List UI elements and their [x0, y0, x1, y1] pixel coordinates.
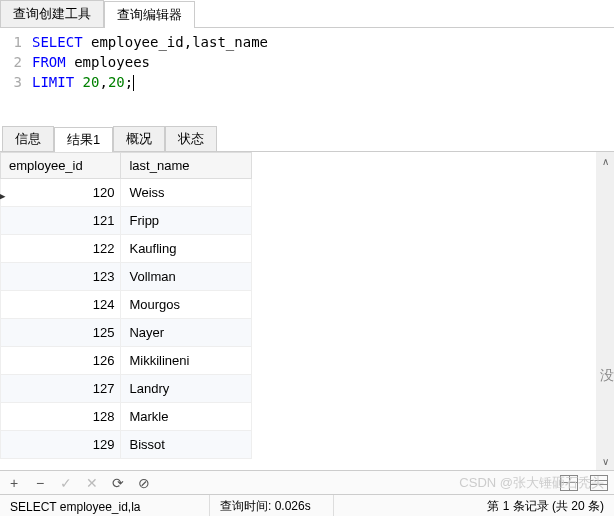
result-grid-wrap: ▸ employee_id last_name 120Weiss121Fripp… — [0, 152, 614, 470]
status-bar: SELECT employee_id,la 查询时间: 0.026s 第 1 条… — [0, 494, 614, 516]
cell-last-name[interactable]: Mourgos — [121, 291, 252, 319]
cell-employee-id[interactable]: 122 — [1, 235, 121, 263]
cell-last-name[interactable]: Landry — [121, 375, 252, 403]
cell-last-name[interactable]: Kaufling — [121, 235, 252, 263]
cell-last-name[interactable]: Markle — [121, 403, 252, 431]
code-line[interactable]: LIMIT 20,20; — [32, 72, 134, 92]
tab-query-editor[interactable]: 查询编辑器 — [104, 1, 195, 28]
cell-last-name[interactable]: Weiss — [121, 179, 252, 207]
stop-button[interactable]: ⊘ — [136, 475, 152, 491]
table-row[interactable]: 125Nayer — [1, 319, 252, 347]
cell-employee-id[interactable]: 124 — [1, 291, 121, 319]
result-toolbar: + − ✓ ✕ ⟳ ⊘ — [0, 470, 614, 494]
cell-employee-id[interactable]: 126 — [1, 347, 121, 375]
table-row[interactable]: 127Landry — [1, 375, 252, 403]
tab-info[interactable]: 信息 — [2, 126, 54, 151]
result-tabs: 信息 结果1 概况 状态 — [0, 126, 614, 152]
table-row[interactable]: 128Markle — [1, 403, 252, 431]
delete-row-button[interactable]: − — [32, 475, 48, 491]
splitter[interactable] — [0, 96, 614, 126]
status-position: 第 1 条记录 (共 20 条) — [334, 495, 614, 516]
tab-status[interactable]: 状态 — [165, 126, 217, 151]
cell-employee-id[interactable]: 123 — [1, 263, 121, 291]
cell-employee-id[interactable]: 129 — [1, 431, 121, 459]
cell-employee-id[interactable]: 120 — [1, 179, 121, 207]
status-time: 查询时间: 0.026s — [210, 495, 334, 516]
refresh-button[interactable]: ⟳ — [110, 475, 126, 491]
status-sql: SELECT employee_id,la — [0, 495, 210, 516]
table-row[interactable]: 126Mikkilineni — [1, 347, 252, 375]
top-tabs: 查询创建工具 查询编辑器 — [0, 0, 614, 28]
current-row-marker: ▸ — [0, 182, 6, 208]
gutter-line: 1 — [0, 32, 32, 52]
cell-last-name[interactable]: Mikkilineni — [121, 347, 252, 375]
tab-result1[interactable]: 结果1 — [54, 127, 113, 152]
add-row-button[interactable]: + — [6, 475, 22, 491]
cancel-button[interactable]: ✕ — [84, 475, 100, 491]
scroll-down-icon[interactable]: ∨ — [596, 452, 614, 470]
text-cursor — [133, 75, 134, 91]
tab-query-builder[interactable]: 查询创建工具 — [0, 0, 104, 27]
cell-last-name[interactable]: Fripp — [121, 207, 252, 235]
sql-editor[interactable]: 1SELECT employee_id,last_name2FROM emplo… — [0, 28, 614, 96]
cell-employee-id[interactable]: 127 — [1, 375, 121, 403]
result-grid[interactable]: employee_id last_name 120Weiss121Fripp12… — [0, 152, 252, 459]
cell-employee-id[interactable]: 121 — [1, 207, 121, 235]
gutter-line: 3 — [0, 72, 32, 92]
table-row[interactable]: 124Mourgos — [1, 291, 252, 319]
cell-employee-id[interactable]: 125 — [1, 319, 121, 347]
apply-button[interactable]: ✓ — [58, 475, 74, 491]
scroll-up-icon[interactable]: ∧ — [596, 152, 614, 170]
column-header-employee-id[interactable]: employee_id — [1, 153, 121, 179]
column-header-last-name[interactable]: last_name — [121, 153, 252, 179]
gutter-line: 2 — [0, 52, 32, 72]
table-row[interactable]: 123Vollman — [1, 263, 252, 291]
code-line[interactable]: FROM employees — [32, 52, 150, 72]
table-row[interactable]: 122Kaufling — [1, 235, 252, 263]
clipped-text: 没 — [600, 367, 614, 385]
cell-employee-id[interactable]: 128 — [1, 403, 121, 431]
tab-profile[interactable]: 概况 — [113, 126, 165, 151]
cell-last-name[interactable]: Bissot — [121, 431, 252, 459]
table-row[interactable]: 121Fripp — [1, 207, 252, 235]
code-line[interactable]: SELECT employee_id,last_name — [32, 32, 268, 52]
table-row[interactable]: 129Bissot — [1, 431, 252, 459]
table-row[interactable]: 120Weiss — [1, 179, 252, 207]
form-view-icon[interactable] — [590, 475, 608, 491]
cell-last-name[interactable]: Nayer — [121, 319, 252, 347]
vertical-scrollbar[interactable]: ∧ ∨ — [596, 152, 614, 470]
grid-view-icon[interactable] — [560, 475, 578, 491]
cell-last-name[interactable]: Vollman — [121, 263, 252, 291]
